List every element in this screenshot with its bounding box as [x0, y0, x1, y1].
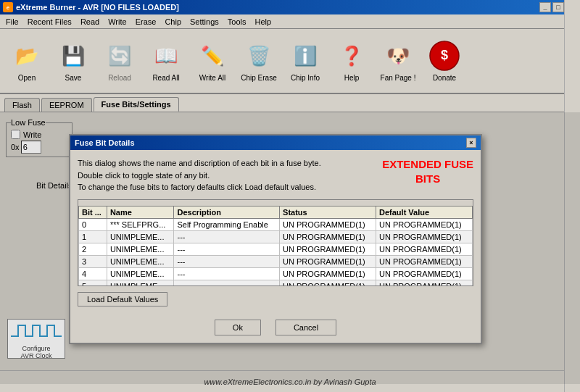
table-cell-name: UNIMPLEME... — [107, 267, 174, 280]
table-cell-bit: 5 — [79, 280, 107, 286]
tab-flash[interactable]: Flash — [4, 98, 40, 112]
menu-tools[interactable]: Tools — [223, 16, 251, 28]
table-cell-default: UN PROGRAMMED(1) — [376, 230, 473, 243]
table-cell-bit: 2 — [79, 243, 107, 255]
table-cell-status: UN PROGRAMMED(1) — [280, 243, 376, 255]
dialog-ok-button[interactable]: Ok — [215, 320, 261, 335]
table-row[interactable]: 3UNIMPLEME...---UN PROGRAMMED(1)UN PROGR… — [79, 255, 473, 267]
write-all-label: Write All — [199, 74, 226, 82]
col-bit: Bit ... — [79, 206, 107, 218]
menu-file[interactable]: File — [1, 16, 23, 28]
write-all-icon: ✏️ — [196, 40, 228, 72]
minimize-button[interactable]: _ — [539, 2, 551, 12]
table-row[interactable]: 1UNIMPLEME...---UN PROGRAMMED(1)UN PROGR… — [79, 230, 473, 243]
open-label: Open — [18, 74, 36, 82]
table-cell-name: UNIMPLEME... — [107, 280, 174, 286]
fan-page-icon: 🐶 — [382, 40, 414, 72]
tab-eeprom[interactable]: EEPROM — [41, 98, 92, 112]
dialog-info-line1: This dialog shows the name and discripti… — [78, 159, 321, 167]
read-all-button[interactable]: 📖 Read All — [144, 33, 188, 88]
table-cell-bit: 4 — [79, 267, 107, 280]
open-button[interactable]: 📂 Open — [4, 33, 49, 88]
fan-page-button[interactable]: 🐶 Fan Page ! — [376, 33, 420, 88]
svg-text:$: $ — [441, 48, 448, 62]
table-cell-description: --- — [174, 280, 280, 286]
chip-info-button[interactable]: ℹ️ Chip Info — [283, 33, 328, 88]
dialog-info-text: This dialog shows the name and discripti… — [78, 157, 321, 193]
dialog-body: This dialog shows the name and discripti… — [70, 150, 481, 343]
table-cell-status: UN PROGRAMMED(1) — [280, 267, 376, 280]
fuse-table: Bit ... Name Description Status Default … — [78, 206, 473, 286]
col-status: Status — [280, 206, 376, 218]
menu-erase[interactable]: Erase — [131, 16, 161, 28]
table-row[interactable]: 0*** SELFPRG...Self Programming EnableUN… — [79, 218, 473, 230]
chip-erase-button[interactable]: 🗑️ Chip Erase — [236, 33, 281, 88]
table-cell-name: UNIMPLEME... — [107, 243, 174, 255]
donate-button[interactable]: $ Donate — [422, 33, 467, 88]
help-icon: ❓ — [336, 40, 368, 72]
help-button[interactable]: ❓ Help — [329, 33, 374, 88]
menu-read[interactable]: Read — [76, 16, 104, 28]
load-default-button[interactable]: Load Default Values — [78, 292, 167, 306]
dialog-info-line2: Double click to toggle state of any bit. — [78, 171, 210, 180]
menu-write[interactable]: Write — [104, 16, 130, 28]
tabs-bar: Flash EEPROM Fuse Bits/Settings — [0, 94, 580, 112]
main-content: Low Fuse Write 0x Bit Details ConfigureA… — [0, 112, 580, 384]
reload-label: Reload — [108, 74, 131, 82]
fuse-table-wrapper[interactable]: Bit ... Name Description Status Default … — [78, 199, 473, 286]
title-bar: e eXtreme Burner - AVR [NO FILES LOADED]… — [0, 0, 580, 14]
reload-icon: 🔄 — [104, 40, 136, 72]
table-cell-default: UN PROGRAMMED(1) — [376, 255, 473, 267]
table-cell-bit: 0 — [79, 218, 107, 230]
menu-settings[interactable]: Settings — [186, 16, 223, 28]
open-icon: 📂 — [11, 40, 43, 72]
help-label: Help — [344, 74, 360, 82]
col-desc: Description — [174, 206, 280, 218]
table-cell-default: UN PROGRAMMED(1) — [376, 243, 473, 255]
write-all-button[interactable]: ✏️ Write All — [190, 33, 235, 88]
tab-fuse-bits[interactable]: Fuse Bits/Settings — [94, 97, 179, 112]
table-cell-status: UN PROGRAMMED(1) — [280, 280, 376, 286]
table-row[interactable]: 5UNIMPLEME...---UN PROGRAMMED(1)UN PROGR… — [79, 280, 473, 286]
table-cell-default: UN PROGRAMMED(1) — [376, 267, 473, 280]
menu-recent-files[interactable]: Recent Files — [23, 16, 76, 28]
table-cell-name: UNIMPLEME... — [107, 255, 174, 267]
dialog-actions: Ok Cancel — [78, 320, 473, 335]
menu-chip[interactable]: Chip — [160, 16, 186, 28]
dialog-title: Fuse Bit Details — [75, 138, 135, 147]
maximize-button[interactable]: □ — [552, 2, 564, 12]
table-cell-default: UN PROGRAMMED(1) — [376, 218, 473, 230]
reload-button[interactable]: 🔄 Reload — [97, 33, 142, 88]
table-row[interactable]: 2UNIMPLEME...---UN PROGRAMMED(1)UN PROGR… — [79, 243, 473, 255]
chip-info-label: Chip Info — [291, 74, 320, 82]
app-icon: e — [3, 2, 13, 12]
table-cell-status: UN PROGRAMMED(1) — [280, 230, 376, 243]
table-cell-name: UNIMPLEME... — [107, 230, 174, 243]
dialog-close-button[interactable]: × — [466, 138, 476, 148]
table-cell-description: --- — [174, 267, 280, 280]
chip-erase-icon: 🗑️ — [243, 40, 275, 72]
save-label: Save — [65, 74, 82, 82]
fan-page-label: Fan Page ! — [381, 74, 416, 82]
dialog-cancel-button[interactable]: Cancel — [276, 320, 336, 335]
table-cell-description: --- — [174, 255, 280, 267]
table-cell-description: --- — [174, 230, 280, 243]
window-title: eXtreme Burner - AVR [NO FILES LOADED] — [16, 3, 179, 12]
menu-help[interactable]: Help — [250, 16, 276, 28]
read-all-label: Read All — [152, 74, 179, 82]
extended-label-line1: EXTENDED FUSE — [382, 157, 473, 172]
table-cell-status: UN PROGRAMMED(1) — [280, 218, 376, 230]
donate-icon: $ — [428, 40, 460, 72]
table-cell-status: UN PROGRAMMED(1) — [280, 255, 376, 267]
table-row[interactable]: 4UNIMPLEME...---UN PROGRAMMED(1)UN PROGR… — [79, 267, 473, 280]
fuse-bit-dialog: Fuse Bit Details × This dialog shows the… — [69, 134, 482, 344]
donate-label: Donate — [433, 74, 456, 82]
table-cell-bit: 1 — [79, 230, 107, 243]
table-cell-name: *** SELFPRG... — [107, 218, 174, 230]
save-button[interactable]: 💾 Save — [51, 33, 96, 88]
table-cell-description: --- — [174, 243, 280, 255]
dialog-info-line3: To change the fuse bits to factory defau… — [78, 183, 316, 191]
extended-label-line2: BITS — [382, 172, 473, 186]
save-icon: 💾 — [57, 40, 89, 72]
table-cell-bit: 3 — [79, 255, 107, 267]
